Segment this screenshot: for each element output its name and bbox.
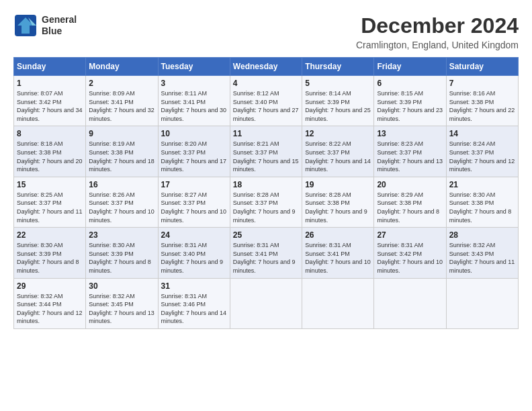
calendar-cell: 10Sunrise: 8:20 AM Sunset: 3:37 PM Dayli…	[158, 126, 230, 177]
calendar-cell: 21Sunrise: 8:30 AM Sunset: 3:38 PM Dayli…	[446, 177, 518, 227]
calendar-cell: 28Sunrise: 8:32 AM Sunset: 3:43 PM Dayli…	[446, 228, 518, 278]
calendar-week-row: 29Sunrise: 8:32 AM Sunset: 3:44 PM Dayli…	[14, 278, 519, 328]
day-info: Sunrise: 8:29 AM Sunset: 3:38 PM Dayligh…	[377, 191, 443, 224]
calendar-cell: 15Sunrise: 8:25 AM Sunset: 3:37 PM Dayli…	[14, 177, 86, 227]
calendar-cell: 24Sunrise: 8:31 AM Sunset: 3:40 PM Dayli…	[158, 228, 230, 278]
day-info: Sunrise: 8:20 AM Sunset: 3:37 PM Dayligh…	[161, 140, 227, 173]
day-of-week-header: Thursday	[302, 58, 374, 76]
day-number: 17	[161, 180, 227, 189]
day-number: 16	[89, 180, 154, 189]
day-number: 26	[305, 230, 371, 240]
logo: General Blue	[13, 13, 77, 38]
day-number: 14	[449, 129, 515, 138]
day-info: Sunrise: 8:23 AM Sunset: 3:37 PM Dayligh…	[377, 140, 443, 173]
day-number: 18	[233, 180, 299, 189]
calendar-week-row: 1Sunrise: 8:07 AM Sunset: 3:42 PM Daylig…	[14, 76, 519, 126]
day-info: Sunrise: 8:11 AM Sunset: 3:41 PM Dayligh…	[161, 89, 227, 123]
calendar-cell: 26Sunrise: 8:31 AM Sunset: 3:41 PM Dayli…	[302, 228, 374, 278]
day-info: Sunrise: 8:26 AM Sunset: 3:37 PM Dayligh…	[89, 191, 154, 224]
day-info: Sunrise: 8:31 AM Sunset: 3:41 PM Dayligh…	[305, 241, 371, 275]
day-number: 31	[161, 281, 227, 291]
day-info: Sunrise: 8:32 AM Sunset: 3:43 PM Dayligh…	[449, 241, 515, 275]
day-number: 29	[17, 281, 83, 291]
calendar-week-row: 8Sunrise: 8:18 AM Sunset: 3:38 PM Daylig…	[14, 126, 519, 177]
day-info: Sunrise: 8:14 AM Sunset: 3:39 PM Dayligh…	[305, 89, 371, 123]
logo-icon	[13, 13, 38, 38]
calendar-cell	[446, 278, 518, 328]
day-number: 5	[305, 79, 371, 88]
day-number: 15	[17, 180, 83, 189]
calendar-cell: 14Sunrise: 8:24 AM Sunset: 3:37 PM Dayli…	[446, 126, 518, 177]
day-of-week-header: Saturday	[446, 58, 518, 76]
day-number: 7	[449, 79, 515, 88]
calendar-week-row: 15Sunrise: 8:25 AM Sunset: 3:37 PM Dayli…	[14, 177, 519, 227]
day-number: 8	[17, 129, 83, 138]
calendar-cell: 30Sunrise: 8:32 AM Sunset: 3:45 PM Dayli…	[86, 278, 158, 328]
calendar-cell: 9Sunrise: 8:19 AM Sunset: 3:38 PM Daylig…	[86, 126, 158, 177]
calendar-cell: 6Sunrise: 8:15 AM Sunset: 3:39 PM Daylig…	[374, 76, 446, 126]
calendar-week-row: 22Sunrise: 8:30 AM Sunset: 3:39 PM Dayli…	[14, 228, 519, 278]
day-of-week-header: Sunday	[14, 58, 86, 76]
day-info: Sunrise: 8:12 AM Sunset: 3:40 PM Dayligh…	[233, 89, 299, 123]
day-info: Sunrise: 8:16 AM Sunset: 3:38 PM Dayligh…	[449, 89, 515, 123]
day-number: 11	[233, 129, 299, 138]
calendar-cell: 4Sunrise: 8:12 AM Sunset: 3:40 PM Daylig…	[230, 76, 302, 126]
day-of-week-header: Wednesday	[230, 58, 302, 76]
title-block: December 2024 Cramlington, England, Unit…	[356, 13, 519, 50]
day-number: 4	[233, 79, 299, 88]
calendar-cell: 23Sunrise: 8:30 AM Sunset: 3:39 PM Dayli…	[86, 228, 158, 278]
calendar-cell: 8Sunrise: 8:18 AM Sunset: 3:38 PM Daylig…	[14, 126, 86, 177]
page-header: General Blue December 2024 Cramlington, …	[13, 13, 519, 50]
calendar-cell: 20Sunrise: 8:29 AM Sunset: 3:38 PM Dayli…	[374, 177, 446, 227]
day-number: 21	[449, 180, 515, 189]
calendar-cell: 29Sunrise: 8:32 AM Sunset: 3:44 PM Dayli…	[14, 278, 86, 328]
day-number: 19	[305, 180, 371, 189]
day-info: Sunrise: 8:27 AM Sunset: 3:37 PM Dayligh…	[161, 191, 227, 224]
calendar-cell: 25Sunrise: 8:31 AM Sunset: 3:41 PM Dayli…	[230, 228, 302, 278]
calendar-cell: 2Sunrise: 8:09 AM Sunset: 3:41 PM Daylig…	[86, 76, 158, 126]
month-title: December 2024	[356, 13, 519, 38]
day-info: Sunrise: 8:21 AM Sunset: 3:37 PM Dayligh…	[233, 140, 299, 173]
calendar-cell: 16Sunrise: 8:26 AM Sunset: 3:37 PM Dayli…	[86, 177, 158, 227]
day-number: 24	[161, 230, 227, 240]
day-of-week-header: Tuesday	[158, 58, 230, 76]
calendar-cell: 22Sunrise: 8:30 AM Sunset: 3:39 PM Dayli…	[14, 228, 86, 278]
day-info: Sunrise: 8:25 AM Sunset: 3:37 PM Dayligh…	[17, 191, 83, 224]
day-info: Sunrise: 8:19 AM Sunset: 3:38 PM Dayligh…	[89, 140, 154, 173]
day-info: Sunrise: 8:15 AM Sunset: 3:39 PM Dayligh…	[377, 89, 443, 123]
day-info: Sunrise: 8:31 AM Sunset: 3:46 PM Dayligh…	[161, 292, 227, 326]
day-info: Sunrise: 8:30 AM Sunset: 3:39 PM Dayligh…	[89, 241, 154, 275]
day-info: Sunrise: 8:31 AM Sunset: 3:40 PM Dayligh…	[161, 241, 227, 275]
calendar-cell: 7Sunrise: 8:16 AM Sunset: 3:38 PM Daylig…	[446, 76, 518, 126]
day-number: 10	[161, 129, 227, 138]
day-of-week-header: Monday	[86, 58, 158, 76]
day-info: Sunrise: 8:07 AM Sunset: 3:42 PM Dayligh…	[17, 89, 83, 123]
logo-text: General Blue	[42, 14, 77, 37]
calendar-cell: 31Sunrise: 8:31 AM Sunset: 3:46 PM Dayli…	[158, 278, 230, 328]
day-number: 3	[161, 79, 227, 88]
day-number: 30	[89, 281, 154, 291]
day-info: Sunrise: 8:32 AM Sunset: 3:45 PM Dayligh…	[89, 292, 154, 326]
day-number: 1	[17, 79, 83, 88]
day-number: 25	[233, 230, 299, 240]
day-info: Sunrise: 8:28 AM Sunset: 3:37 PM Dayligh…	[233, 191, 299, 224]
day-number: 12	[305, 129, 371, 138]
calendar-cell: 3Sunrise: 8:11 AM Sunset: 3:41 PM Daylig…	[158, 76, 230, 126]
day-number: 28	[449, 230, 515, 240]
day-info: Sunrise: 8:24 AM Sunset: 3:37 PM Dayligh…	[449, 140, 515, 173]
calendar-cell: 17Sunrise: 8:27 AM Sunset: 3:37 PM Dayli…	[158, 177, 230, 227]
day-info: Sunrise: 8:32 AM Sunset: 3:44 PM Dayligh…	[17, 292, 83, 326]
day-number: 13	[377, 129, 443, 138]
calendar-cell: 1Sunrise: 8:07 AM Sunset: 3:42 PM Daylig…	[14, 76, 86, 126]
day-info: Sunrise: 8:28 AM Sunset: 3:38 PM Dayligh…	[305, 191, 371, 224]
location: Cramlington, England, United Kingdom	[356, 40, 519, 50]
calendar-cell	[374, 278, 446, 328]
calendar-header-row: SundayMondayTuesdayWednesdayThursdayFrid…	[14, 58, 519, 76]
day-number: 6	[377, 79, 443, 88]
day-number: 20	[377, 180, 443, 189]
day-number: 2	[89, 79, 154, 88]
day-of-week-header: Friday	[374, 58, 446, 76]
calendar-cell: 12Sunrise: 8:22 AM Sunset: 3:37 PM Dayli…	[302, 126, 374, 177]
calendar-table: SundayMondayTuesdayWednesdayThursdayFrid…	[13, 57, 519, 329]
day-info: Sunrise: 8:31 AM Sunset: 3:41 PM Dayligh…	[233, 241, 299, 275]
